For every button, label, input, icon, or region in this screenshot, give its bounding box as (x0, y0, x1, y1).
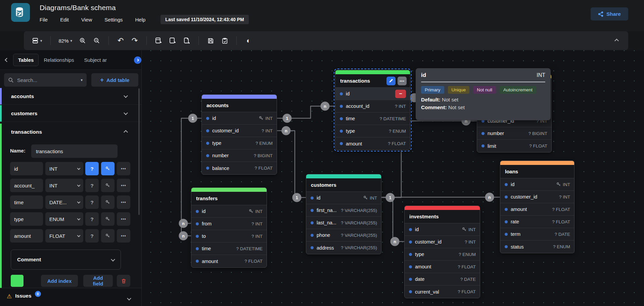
field-name-input[interactable] (10, 195, 43, 209)
search-box[interactable]: ▾ (4, 73, 87, 87)
add-note-tool-button[interactable] (181, 35, 192, 46)
table-field-row-status[interactable]: status? ENUM (500, 241, 574, 253)
field-primary-key-button[interactable] (101, 229, 114, 243)
zoom-out-button[interactable] (91, 35, 102, 46)
table-field-row-amount[interactable]: amount? FLOAT (335, 137, 410, 150)
relationship-line[interactable] (277, 131, 306, 198)
table-field-row-customer_id[interactable]: customer_id? INT (405, 236, 480, 248)
table-field-row-address[interactable]: address? VARCHAR(255) (306, 242, 381, 254)
table-header[interactable]: loans (500, 165, 574, 178)
field-more-button[interactable]: ••• (117, 229, 130, 243)
comment-section[interactable]: Comment (11, 250, 121, 270)
table-field-row-account_id[interactable]: account_id? INT (335, 100, 410, 113)
table-card-accounts[interactable]: accountsidINTcustomer_id? INTtype? ENUMn… (201, 94, 277, 175)
diagram-canvas[interactable]: 1nn1nn11nnn customer_id? INTnumber? BIGI… (142, 50, 644, 306)
table-field-row-balance[interactable]: balance? FLOAT (202, 162, 277, 174)
table-field-row-type[interactable]: type? ENUM (202, 137, 277, 149)
table-more-button[interactable]: ••• (398, 77, 407, 85)
table-field-row-id[interactable]: idINT (191, 205, 267, 218)
field-nullable-button[interactable]: ? (85, 195, 99, 209)
sidebar-scrollbar[interactable] (138, 88, 140, 215)
table-header[interactable]: transactions••• (335, 74, 410, 88)
table-field-row-amount[interactable]: amount? FLOAT (500, 203, 574, 216)
add-field-button[interactable]: Add field (83, 275, 113, 287)
share-button[interactable]: Share (591, 7, 628, 20)
table-field-row-time[interactable]: time? DATETIME (335, 113, 410, 125)
field-primary-key-button[interactable] (101, 195, 114, 209)
table-color-swatch[interactable] (11, 275, 24, 287)
add-index-button[interactable]: Add index (41, 275, 78, 287)
table-field-row-id[interactable]: idINT (405, 223, 480, 236)
sidebar-item-transactions[interactable]: transactions (0, 124, 141, 140)
field-name-input[interactable] (10, 229, 43, 243)
table-card-loans[interactable]: loansidINTcustomer_id? INTamount? FLOATr… (500, 161, 574, 253)
tab-subject-areas[interactable]: Subject ar (79, 54, 112, 66)
field-type-select[interactable]: DATE... (45, 195, 83, 209)
table-field-row-amount[interactable]: amount? FLOAT (191, 255, 267, 267)
table-field-row-phone[interactable]: phone? VARCHAR(255) (306, 229, 381, 242)
add-area-tool-button[interactable] (167, 35, 178, 46)
chevron-down-icon[interactable] (124, 94, 128, 98)
menu-settings[interactable]: Settings (104, 17, 123, 23)
menu-view[interactable]: View (81, 17, 92, 23)
tab-tables[interactable]: Tables (13, 54, 39, 66)
field-nullable-button[interactable]: ? (85, 229, 99, 243)
field-type-select[interactable]: INT (45, 162, 83, 175)
table-field-row-customer_id[interactable]: customer_id? INT (202, 125, 277, 137)
table-card-investments[interactable]: investmentsidINTcustomer_id? INTtype? EN… (404, 206, 480, 298)
field-type-select[interactable]: FLOAT (45, 229, 83, 243)
menu-file[interactable]: File (40, 17, 48, 23)
save-button[interactable] (205, 35, 216, 46)
theme-toggle-button[interactable]: ◐ (243, 35, 254, 46)
field-type-select[interactable]: INT (45, 179, 83, 192)
table-field-row-id[interactable]: idINT (500, 178, 574, 191)
toolbar-collapse-button[interactable] (611, 35, 622, 46)
issues-bar[interactable]: ⚠ Issues 0 (0, 288, 141, 306)
add-table-button[interactable]: + Add table (91, 73, 138, 87)
commit-button[interactable] (219, 35, 230, 46)
search-input[interactable] (17, 77, 77, 83)
add-table-tool-button[interactable] (153, 35, 164, 46)
field-primary-key-button[interactable] (101, 162, 114, 175)
table-name-input[interactable] (31, 144, 118, 158)
table-field-row-type[interactable]: type? ENUM (335, 125, 410, 137)
field-name-input[interactable] (10, 179, 43, 192)
table-field-row-id[interactable]: idINT (202, 112, 277, 125)
table-header[interactable]: investments (405, 210, 480, 223)
table-field-row-customer_id[interactable]: customer_id? INT (500, 191, 574, 203)
table-field-row-number[interactable]: number? BIGINT (202, 149, 277, 162)
table-card-customers[interactable]: customersidINTfirst_na...? VARCHAR(255)l… (306, 174, 381, 254)
table-field-row-first_na...[interactable]: first_na...? VARCHAR(255) (306, 204, 381, 217)
caret-down-icon[interactable]: ▾ (81, 78, 83, 82)
table-field-row-last_na...[interactable]: last_na...? VARCHAR(255) (306, 217, 381, 229)
table-field-row-current_val[interactable]: current_val? FLOAT (405, 286, 480, 298)
field-primary-key-button[interactable] (101, 179, 114, 192)
zoom-level-dropdown[interactable]: 82% ▾ (57, 35, 75, 46)
tabs-scroll-right-button[interactable] (134, 56, 141, 64)
field-more-button[interactable]: ••• (117, 162, 130, 175)
table-field-row-type[interactable]: type? ENUM (405, 248, 480, 261)
field-more-button[interactable]: ••• (117, 179, 130, 192)
relationship-line[interactable] (381, 198, 404, 242)
panel-layout-button[interactable]: ▾ (30, 35, 44, 46)
menu-help[interactable]: Help (135, 17, 145, 23)
table-card-transfers[interactable]: transfersidINTfrom? INTto? INTtime? DATE… (191, 187, 267, 268)
zoom-in-button[interactable] (77, 35, 88, 46)
sidebar-item-accounts[interactable]: accounts (0, 88, 141, 105)
sidebar-item-customers[interactable]: customers (0, 105, 141, 122)
table-header[interactable]: accounts (202, 99, 277, 112)
redo-button[interactable]: ↷ (129, 35, 140, 46)
field-type-select[interactable]: ENUM (45, 212, 83, 226)
edit-table-button[interactable] (386, 77, 396, 85)
issues-collapse-button[interactable] (126, 295, 132, 303)
table-field-row-to[interactable]: to? INT (191, 230, 267, 243)
table-header[interactable]: transfers (191, 192, 267, 205)
menu-edit[interactable]: Edit (60, 17, 69, 23)
field-nullable-button[interactable]: ? (85, 162, 99, 175)
field-nullable-button[interactable]: ? (85, 179, 99, 192)
field-name-input[interactable] (10, 162, 43, 175)
undo-button[interactable]: ↶ (115, 35, 126, 46)
table-field-row-id[interactable]: idINT (306, 192, 381, 204)
field-more-button[interactable]: ••• (117, 195, 130, 209)
field-primary-key-button[interactable] (101, 212, 114, 226)
